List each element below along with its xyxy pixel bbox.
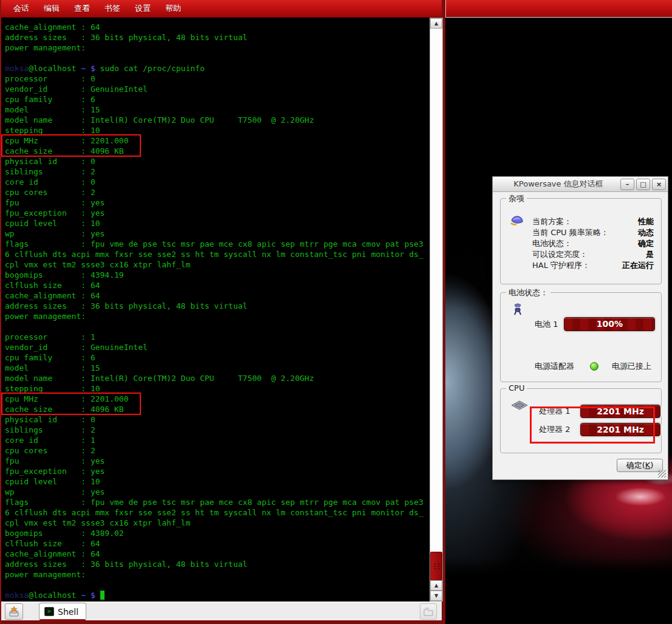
- terminal-line: processor : 0: [5, 74, 423, 84]
- terminal-line: siblings : 2: [5, 425, 423, 435]
- resize-grip[interactable]: [658, 470, 666, 478]
- window-bottom-border: [1, 620, 442, 624]
- terminal-line: power management:: [5, 311, 423, 321]
- terminal-line: address sizes : 36 bits physical, 48 bit…: [5, 559, 423, 569]
- folder-icon: [423, 607, 434, 617]
- terminal-line: clflush size : 64: [5, 280, 423, 290]
- terminal-line: vendor_id : GenuineIntel: [5, 342, 423, 352]
- info-row: 可以设定亮度：是: [532, 249, 654, 260]
- terminal-line: core id : 1: [5, 435, 423, 445]
- maximize-button[interactable]: □: [636, 179, 650, 190]
- ok-accel-key: K: [645, 461, 651, 470]
- terminal-line: model : 15: [5, 105, 423, 115]
- terminal-line: flags : fpu vme de pse tsc msr pae mce c…: [5, 239, 423, 249]
- info-row: 当前方案：性能: [532, 216, 654, 227]
- terminal-line: physical id : 0: [5, 156, 423, 166]
- adapter-label: 电源适配器: [535, 361, 574, 372]
- close-button[interactable]: ×: [652, 179, 666, 190]
- terminal-line: power management:: [5, 43, 423, 53]
- terminal-line: cache_alignment : 64: [5, 549, 423, 559]
- misc-rows: 当前方案：性能当前 CPU 频率策略：动态电池状态：确定可以设定亮度：是HAL …: [532, 216, 654, 271]
- power-plug-icon: [510, 303, 525, 317]
- cpu-group-legend: CPU: [506, 383, 527, 393]
- adapter-row: 电源适配器 电源已接上: [535, 361, 651, 372]
- cpu-chip-icon: [510, 400, 529, 413]
- terminal-line: bogomips : 4389.02: [5, 528, 423, 538]
- battery-group: 电池状态： 电池 1 100% 电源适配器 电源已接上: [500, 292, 662, 382]
- terminal-line: fpu : yes: [5, 197, 423, 208]
- terminal-line: fpu_exception : yes: [5, 208, 423, 218]
- terminal-line: address sizes : 36 bits physical, 48 bit…: [5, 301, 423, 311]
- terminal-line: cpuid level : 10: [5, 476, 423, 487]
- dialog-title: KPowersave 信息对话框: [493, 179, 620, 190]
- kpowersave-icon: [509, 212, 526, 227]
- kpowersave-dialog: KPowersave 信息对话框 – □ × 杂项 当前方案：性能当前 CPU …: [492, 176, 668, 480]
- tab-label: Shell: [58, 607, 78, 617]
- terminal-line: cpl vmx est tm2 ssse3 cx16 xtpr lahf_lm: [5, 259, 423, 270]
- menu-item[interactable]: 编辑: [36, 0, 67, 17]
- highlight-box-cpu-frequencies: [530, 406, 655, 444]
- terminal-line: siblings : 2: [5, 166, 423, 177]
- desktop: 会话编辑查看书签设置帮助 cache_alignment : 64address…: [0, 0, 672, 624]
- terminal-line: fpu : yes: [5, 456, 423, 466]
- terminal-text: cache_alignment : 64address sizes : 36 b…: [5, 22, 423, 600]
- battery-label: 电池 1: [535, 319, 558, 330]
- battery-level-bar: 100%: [564, 317, 655, 331]
- info-row: HAL 守护程序：正在运行: [532, 260, 654, 271]
- misc-group-legend: 杂项: [506, 193, 527, 204]
- menu-item[interactable]: 帮助: [158, 0, 188, 17]
- minimize-button[interactable]: –: [620, 179, 634, 190]
- terminal-line: moksa@localhost ~ $: [5, 590, 423, 600]
- terminal-line: core id : 0: [5, 177, 423, 187]
- highlight-box-cpu1: [1, 393, 141, 415]
- terminal-line: cpuid level : 10: [5, 218, 423, 228]
- terminal-line: cpl vmx est tm2 ssse3 cx16 xtpr lahf_lm: [5, 518, 423, 528]
- terminal-scrollbar[interactable]: ▲ ▲ ▼: [430, 18, 443, 602]
- terminal-line: address sizes : 36 bits physical, 48 bit…: [5, 32, 423, 43]
- adapter-led-icon: [590, 362, 598, 371]
- battery-row: 电池 1 100%: [535, 317, 655, 331]
- terminal-screen[interactable]: cache_alignment : 64address sizes : 36 b…: [1, 18, 430, 602]
- terminal-line: [5, 321, 423, 332]
- terminal-line: 6 clflush dts acpi mmx fxsr sse sse2 ss …: [5, 507, 423, 518]
- terminal-line: cache_alignment : 64: [5, 22, 423, 32]
- scroll-up-button[interactable]: ▲: [430, 18, 442, 29]
- tab-shell[interactable]: > Shell: [39, 603, 86, 620]
- detach-session-button[interactable]: [420, 603, 437, 620]
- new-session-icon: [8, 606, 20, 618]
- battery-group-legend: 电池状态：: [506, 287, 550, 298]
- terminal-line: [5, 53, 423, 63]
- menu-item[interactable]: 查看: [67, 0, 97, 17]
- scroll-down-button[interactable]: ▼: [430, 591, 442, 601]
- terminal-line: model name : Intel(R) Core(TM)2 Duo CPU …: [5, 115, 423, 125]
- ok-button[interactable]: 确定(K): [617, 459, 663, 472]
- terminal-line: cpu cores : 2: [5, 187, 423, 197]
- ok-label-suffix: ): [650, 461, 653, 470]
- terminal-line: wp : yes: [5, 487, 423, 497]
- terminal-line: moksa@localhost ~ $ sudo cat /proc/cpuin…: [5, 63, 423, 74]
- konsole-window: 会话编辑查看书签设置帮助 cache_alignment : 64address…: [0, 0, 445, 624]
- ok-label: 确定(: [626, 461, 645, 470]
- terminal-line: clflush size : 64: [5, 538, 423, 549]
- tab-bar: > Shell: [1, 602, 442, 620]
- terminal-line: model name : Intel(R) Core(TM)2 Duo CPU …: [5, 373, 423, 383]
- terminal-line: cache_alignment : 64: [5, 290, 423, 301]
- new-session-button[interactable]: [5, 603, 23, 620]
- terminal-line: physical id : 0: [5, 414, 423, 425]
- terminal-line: 6 clflush dts acpi mmx fxsr sse sse2 ss …: [5, 249, 423, 259]
- highlight-box-cpu0: [1, 134, 141, 157]
- menu-item[interactable]: 设置: [128, 0, 158, 17]
- menu-item[interactable]: 会话: [6, 0, 36, 17]
- terminal-line: flags : fpu vme de pse tsc msr pae mce c…: [5, 497, 423, 507]
- menu-item[interactable]: 书签: [97, 0, 128, 17]
- adapter-status: 电源已接上: [612, 361, 651, 372]
- video-titlebar[interactable]: [445, 0, 672, 18]
- info-row: 当前 CPU 频率策略：动态: [532, 227, 654, 238]
- dialog-titlebar[interactable]: KPowersave 信息对话框 – □ ×: [493, 177, 668, 192]
- scroll-up-button-bottom[interactable]: ▲: [430, 580, 442, 591]
- terminal-line: [5, 580, 423, 590]
- scrollbar-thumb[interactable]: [430, 552, 442, 581]
- terminal-line: power management:: [5, 569, 423, 580]
- terminal-line: fpu_exception : yes: [5, 466, 423, 476]
- menu-bar: 会话编辑查看书签设置帮助: [1, 0, 442, 18]
